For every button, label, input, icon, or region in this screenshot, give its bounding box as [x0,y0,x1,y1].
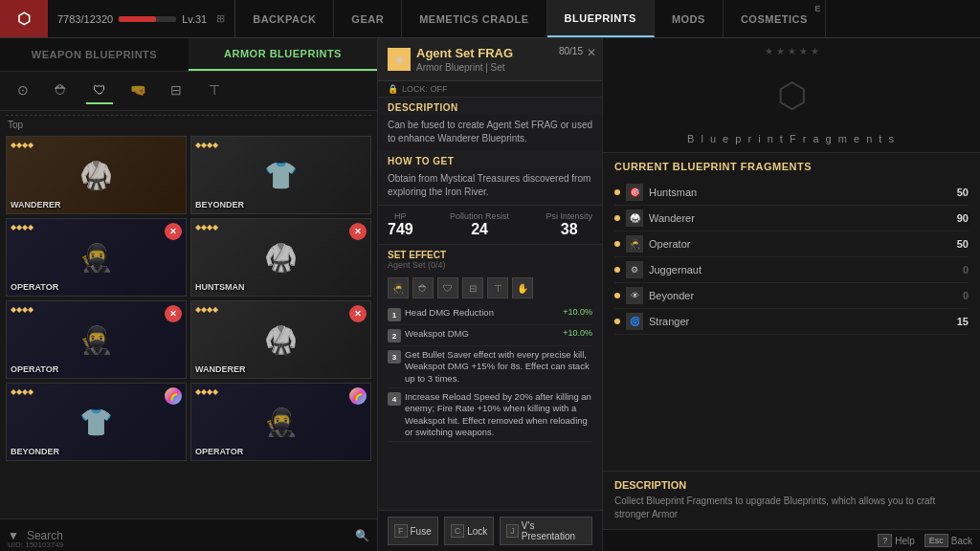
frag-icon: 👁 [626,287,643,304]
frag-bullet [614,293,620,298]
frag-bullet [614,319,620,324]
effect-item-3: 3 Get Bullet Saver effect with every pre… [388,346,592,388]
detail-title-block: Agent Set FRAG Armor Blueprint | Set [416,46,513,73]
item-stars: ◆◆◆◆ [195,141,218,149]
frag-bullet [614,267,620,273]
item-grid-section: Top 🥋 ◆◆◆◆ WANDERER 👕 ◆◆◆◆ BEYONDER [0,111,377,518]
frag-name: Wanderer [649,212,957,224]
lock-button[interactable]: C Lock [444,517,495,545]
frag-name: Beyonder [649,290,963,301]
item-label: OPERATOR [195,447,243,456]
armor-icon: 👕 [79,407,113,438]
stat-pollution: Pollution Resist 24 [450,211,509,238]
armor-icon: 👕 [264,160,298,191]
lock-key: C [451,524,465,538]
tab-memetics[interactable]: MEMETICS CRADLE [402,0,546,37]
list-item[interactable]: 🥋 ◆◆◆◆ ✕ WANDERER [190,300,371,379]
list-item[interactable]: 🥷 ◆◆◆◆ 🌈 OPERATOR [190,383,371,461]
list-item: 🥋 Wanderer 90 [614,206,969,231]
list-item[interactable]: 🥷 ◆◆◆◆ ✕ OPERATOR [6,300,187,379]
tab-blueprints[interactable]: BLUEPRINTS [547,0,655,37]
effect-text: Increase Reload Speed by 20% after killi… [405,391,592,438]
tab-weapon-blueprints[interactable]: WEAPON BLUEPRINTS [0,38,189,71]
preview-label: B l u e p r i n t F r a g m e n t s [687,133,896,144]
cat-icon-all[interactable]: ⊙ [10,77,36,104]
set-icon-4: ⊟ [462,277,483,298]
search-input[interactable] [27,529,347,542]
item-badge-rainbow: 🌈 [349,387,367,405]
list-item: 🥷 Operator 50 [614,231,969,257]
set-icon-6: ✋ [512,277,533,298]
cat-icon-arms[interactable]: 🤜 [124,77,151,104]
list-item[interactable]: 👕 ◆◆◆◆ 🌈 BEYONDER [6,383,187,461]
fragment-icon: ⬡ [777,76,807,116]
cat-icon-waist[interactable]: ⊟ [163,77,189,104]
effect-num: 3 [388,350,401,364]
nav-tabs: BACKPACK GEAR MEMETICS CRADLE BLUEPRINTS… [235,0,980,37]
fuse-label: Fuse [411,526,432,537]
level-value: Lv.31 [182,13,207,25]
frag-name: Operator [649,238,957,250]
detail-panel: ◈ Agent Set FRAG Armor Blueprint | Set 8… [378,38,603,551]
detail-subtitle: Armor Blueprint | Set [416,62,513,73]
tab-backpack[interactable]: BACKPACK [235,0,334,37]
list-item[interactable]: 🥷 ◆◆◆◆ ✕ OPERATOR [6,218,187,297]
tab-mods[interactable]: MODS [655,0,724,37]
cat-icon-head[interactable]: ⛑ [48,77,75,104]
list-item[interactable]: 🥋 ◆◆◆◆ WANDERER [6,136,187,214]
fuse-button[interactable]: F Fuse [388,517,438,545]
frag-icon: 🌀 [626,313,643,330]
hp-bar [119,16,176,22]
star-3: ★ [788,46,796,56]
presentation-label: V's Presentation [522,520,586,541]
cat-icon-legs[interactable]: ⊤ [201,77,228,104]
detail-title: Agent Set FRAG [416,46,513,60]
item-badge: ✕ [165,223,182,240]
tab-armor-blueprints[interactable]: ARMOR BLUEPRINTS [189,38,377,71]
item-badge: ✕ [165,305,182,322]
cat-icon-chest[interactable]: 🛡 [86,77,113,104]
item-label: WANDERER [11,200,61,209]
nav-logo: ⬡ [0,0,48,37]
frag-icon: 🥋 [626,209,643,227]
effect-num: 4 [388,392,401,406]
frag-icon: ⚙ [626,261,643,278]
preview-content: ⬡ B l u e p r i n t F r a g m e n t s [777,76,807,116]
item-badge: ✕ [349,223,367,240]
frag-bullet [614,189,620,195]
section-top-label: Top [6,115,371,132]
esc-key: Esc [924,534,948,547]
detail-close-button[interactable]: ✕ [587,46,596,59]
star-2: ★ [776,46,785,56]
frag-count-zero: 0 [963,264,969,276]
presentation-button[interactable]: J V's Presentation [500,517,592,545]
tab-gear[interactable]: GEAR [334,0,402,37]
presentation-key: J [506,524,519,538]
top-nav: ⬡ 7783/12320 Lv.31 ⊞ BACKPACK GEAR MEMET… [0,0,980,38]
main-layout: WEAPON BLUEPRINTS ARMOR BLUEPRINTS ⊙ ⛑ 🛡… [0,38,980,551]
help-button[interactable]: ? Help [878,534,915,547]
star-4: ★ [799,46,808,56]
frag-count-zero: 0 [963,290,969,301]
blueprint-preview: ★ ★ ★ ★ ★ ⬡ B l u e p r i n t F r a g m … [603,38,980,153]
hp-bar-fill [119,16,156,22]
detail-item-icon: ◈ [388,48,411,71]
stat-pollution-label: Pollution Resist [450,211,509,221]
set-icons-row: 🥷 ⛑ 🛡 ⊟ ⊤ ✋ [378,274,602,302]
frag-name: Stranger [649,316,957,327]
item-stars: ◆◆◆◆ [11,305,33,314]
set-icon-2: ⛑ [412,277,434,298]
lock-bar: 🔒 LOCK: OFF [378,81,602,98]
frag-name: Huntsman [649,187,957,198]
list-item[interactable]: 👕 ◆◆◆◆ BEYONDER [190,136,371,214]
back-button[interactable]: Esc Back [924,534,972,547]
list-item[interactable]: 🥋 ◆◆◆◆ ✕ HUNTSMAN [190,218,371,297]
effect-list: 1 Head DMG Reduction +10.0% 2 Weakspot D… [378,302,602,444]
tab-cosmetics[interactable]: COSMETICS E [724,0,826,37]
effect-text: Head DMG Reduction [405,307,559,319]
star-1: ★ [765,46,773,56]
search-icon[interactable]: 🔍 [355,529,369,542]
how-to-get-body: Obtain from Mystical Treasures discovere… [378,168,602,205]
frag-count: 15 [957,316,969,327]
lock-label: Lock [467,526,487,537]
